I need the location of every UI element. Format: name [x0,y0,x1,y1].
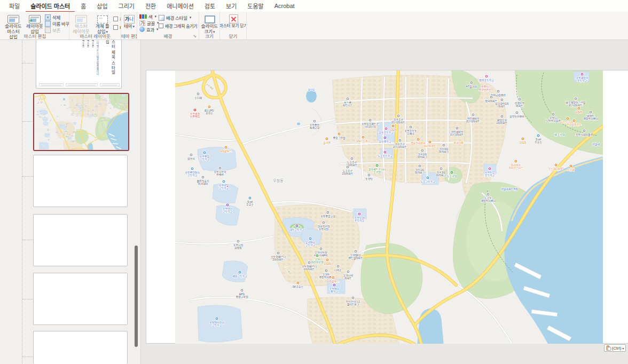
slide-thumbnail-map-selected[interactable]: 소티재포항환경보존의집E1 LPG충전소청모지포항중앙침례교회중앙그린빌GS더프… [33,93,129,151]
effects-label: 효과 [146,26,154,33]
map-poi-label: GS더프레시 [356,139,370,143]
title-checkbox[interactable]: 제목 [113,15,121,22]
hierarchy-connector [22,121,33,122]
rename-button[interactable]: 이름 바꾸기 [45,20,69,27]
map-poi-label: GS칼텍스 [220,149,231,153]
tab-help[interactable]: 도움말 [242,0,268,12]
group-edit-theme: 가나 테마 테마 편집 [121,12,137,39]
map-poi-label: 포항시립미술관 [576,133,593,137]
map-poi-label: 다이소 [334,268,342,272]
map-poi-label: 오후애 [567,168,575,172]
themes-icon: 가나 [124,13,135,23]
map-poi-label: GS25 [67,133,68,134]
date-placeholder [39,83,64,86]
slide-thumbnail-blank[interactable] [33,273,128,325]
map-poi-label: 두호고등학교 [420,180,435,184]
map-poi: 환호공원 [555,133,565,136]
paste-options-label: (Ctrl) [612,346,622,351]
tab-acrobat[interactable]: Acrobat [270,1,300,11]
hide-background-graphics-box[interactable] [159,23,163,28]
background-styles-button[interactable]: 배경 스타일 [159,14,191,21]
hierarchy-connector [22,63,33,64]
close-master-view-label: 마스터 보기 닫기 [220,24,247,29]
map-poi-label: 대동고등학교 [289,228,304,232]
slide-size-button[interactable]: 슬라이드 크기 [200,13,219,35]
tab-transitions[interactable]: 전환 [140,0,161,12]
map-poi-label: 매일우성2차아파트 [496,118,508,125]
insert-placeholder-button[interactable]: 개체 틀 삽입 [93,13,112,35]
slide-editing-area: 소티재포항환경보존의집E1 LPG충전소청모지포항중앙침례교회중앙그린빌GS더프… [141,40,628,364]
map-poi-label: 포항영일고등학교 [219,184,229,191]
map-poi-label: 청모지 [308,88,315,92]
map-poi-label: GS25 [110,108,112,109]
hide-background-graphics-checkbox[interactable]: 배경 그래픽 숨기기 [159,23,197,29]
master-layout-icon [75,13,87,23]
map-poi-label: GS25 [122,102,124,102]
pasted-map-image[interactable]: 소티재포항환경보존의집E1 LPG충전소청모지포항중앙침례교회중앙그린빌GS더프… [175,70,603,344]
map-poi-label: 포항동부초등학교 [485,171,495,178]
hierarchy-connector [22,357,33,357]
slide-thumbnail-blank[interactable] [33,331,128,364]
group-label-close: 닫기 [220,33,246,39]
tab-insert[interactable]: 삽입 [92,0,112,12]
rename-icon [45,21,51,27]
clipboard-icon [606,345,611,351]
slide-thumbnail-blank[interactable] [33,155,128,207]
colors-button[interactable]: 색 [139,13,156,20]
tab-review[interactable]: 검토 [200,0,220,12]
map-poi-label: 세화고등학교 [232,274,247,278]
map-poi-label: 포항중앙고등학교 [200,155,210,162]
tab-draw[interactable]: 그리기 [114,0,139,12]
close-master-view-button[interactable]: 마스터 보기 닫기 [221,13,246,29]
map-poi-label: 포항우현초등학교 [355,216,365,223]
map-poi-label: 학산한신더휴엘리트파크 [346,300,360,307]
footer-checkbox[interactable]: 바닥글 [113,24,121,30]
map-poi-label: SK주유소 [293,285,304,289]
map-poi-label: 창포중학교 [379,140,391,144]
map-poi-label: 소티재 [194,96,202,100]
group-master-edit: 슬라이드 마스터 삽입 + 레이아웃 삽입 ✕ 삭제 이름 바꾸기 보존 마스터… [1,12,69,39]
map-poi-label: 파리바게뜨 [423,144,436,148]
tab-view[interactable]: 보기 [221,0,241,12]
themes-button[interactable]: 가나 테마 [123,13,136,29]
slide-master-canvas[interactable]: 소티재포항환경보존의집E1 LPG충전소청모지포항중앙침례교회중앙그린빌GS더프… [146,70,628,344]
delete-button[interactable]: ✕ 삭제 [45,14,60,20]
slide-thumbnail-blank[interactable] [33,214,128,266]
fonts-button[interactable]: 가 글꼴 [139,20,159,26]
map-poi-label: 식스팩피트니스 [343,101,353,108]
map-poi-label: 현진에버빌2단지아파트 [466,117,480,124]
layout-insert-icon: + [29,13,41,23]
effects-button[interactable]: 효과 [139,26,158,33]
master-body-placeholder: 마스터 텍스트 스타일을 편집합니다 둘째 수준 셋째 수준 넷째 수준 [76,40,100,77]
effects-icon [139,27,145,32]
map-poi: 영일대 [592,143,600,146]
powerpoint-window: 파일 슬라이드 마스터 홈 삽입 그리기 전환 애니메이션 검토 보기 도움말 … [0,0,628,364]
map-poi-label: 포항중앙침례교회 [310,123,320,130]
slide-thumbnail-vertical-layout[interactable]: 마스터 제목 스타일 편집 마스터 텍스트 스타일을 편집합니다 둘째 수준 셋… [36,40,122,89]
map-poi-label: 창포2차아이파크 [418,153,428,160]
map-poi: 청모지 [308,88,315,92]
group-size: 슬라이드 크기 크기 [199,12,220,39]
paste-options-button[interactable]: (Ctrl) ▾ [604,344,626,352]
group-label-background: 배경 [137,33,199,39]
footer-checkbox-box[interactable] [113,25,118,30]
ribbon-tab-bar: 파일 슬라이드 마스터 홈 삽입 그리기 전환 애니메이션 검토 보기 도움말 … [0,0,628,12]
tab-home[interactable]: 홈 [76,0,91,12]
map-poi-label: 두호공원 [447,175,457,178]
group-label-master-edit: 마스터 편집 [1,33,69,39]
tab-animations[interactable]: 애니메이션 [162,0,199,12]
slide-master-icon [7,13,19,23]
map-poi: 장성시장 [454,141,464,144]
slide-thumbnail-map: 소티재포항환경보존의집E1 LPG충전소청모지포항중앙침례교회중앙그린빌GS더프… [34,94,128,150]
map-poi-label: 우현시영아파트 [343,274,353,281]
map-poi-label: 올리앤 [323,141,331,145]
title-checkbox-box[interactable] [113,17,118,21]
tab-slide-master[interactable]: 슬라이드 마스터 [26,0,75,12]
tab-file[interactable]: 파일 [4,0,25,12]
map-poi-label: 장량초등학교 [479,78,494,82]
map-poi-label: 장성시장 [454,141,464,144]
thumbnail-scrollbar[interactable] [135,246,138,347]
master-layout-button[interactable]: 마스터 레이아웃 [70,13,92,35]
insert-layout-button[interactable]: + 레이아웃 삽입 [25,13,45,35]
map-poi: 우창동 [273,179,284,183]
